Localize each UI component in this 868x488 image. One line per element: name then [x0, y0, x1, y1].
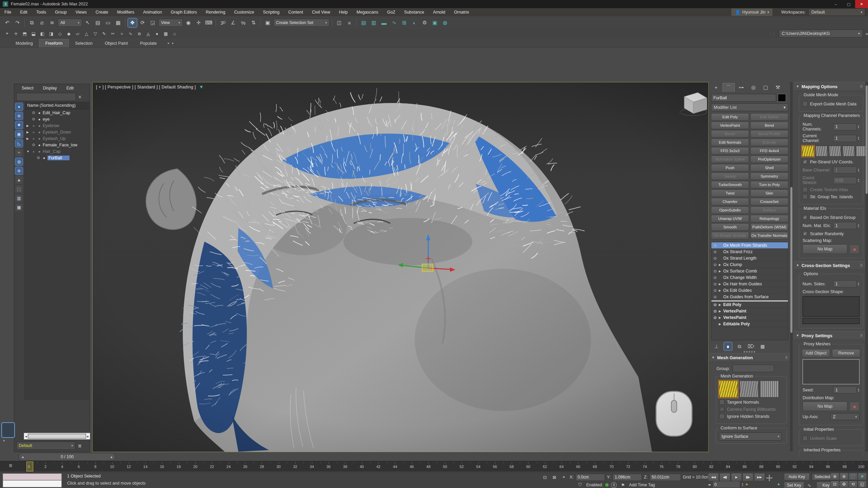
project-path-dropdown[interactable]: C:\Users\JIN\Desktop\KG▾ — [779, 29, 863, 38]
toggle-layer-explorer-icon[interactable]: ▥ — [369, 18, 378, 27]
modifier-eye-icon[interactable]: ⊙ — [712, 288, 718, 293]
toggle-scene-explorer-icon[interactable]: ▤ — [359, 18, 368, 27]
stack-item-ox-strand-frizz[interactable]: ⊙Ox Strand Frizz — [711, 249, 788, 255]
scroll-left-icon[interactable]: ◂ — [25, 434, 27, 438]
modifier-button-bend[interactable]: Bend — [750, 122, 788, 129]
explorer-menu-select[interactable]: Select — [18, 86, 38, 90]
modifier-button-twist[interactable]: Twist — [711, 189, 749, 197]
modifier-eye-icon[interactable]: ⊙ — [712, 316, 718, 320]
strand-group-tex-islands-checkbox[interactable] — [803, 194, 808, 199]
modifier-button-unwrap-uvw[interactable]: Unwrap UVW — [711, 215, 749, 222]
maxscript-listener-white[interactable] — [3, 480, 62, 487]
select-and-manipulate-icon[interactable]: ✛ — [194, 18, 203, 27]
stack-item-ox-mesh-from-strands[interactable]: ⊙Ox Mesh From Strands — [711, 242, 788, 249]
close-icon[interactable]: ✕ — [78, 95, 82, 100]
scroll-right-icon[interactable]: ▸ — [87, 434, 89, 438]
tree-item-female_face_low[interactable]: ⊙●Female_Face_low — [25, 142, 90, 148]
prev-frame-icon[interactable]: ◂ — [22, 455, 23, 459]
up-axis-dropdown[interactable]: Z▾ — [830, 413, 860, 420]
selectable-dot-icon[interactable]: ● — [37, 111, 42, 115]
menu-goz[interactable]: GoZ — [383, 10, 400, 15]
z-coordinate-field[interactable]: 50.011cm — [650, 474, 681, 481]
pan-icon[interactable]: ✠ — [840, 481, 848, 488]
named-selection-set-dropdown[interactable]: Create Selection Set▾ — [273, 19, 330, 27]
visibility-eye-icon[interactable]: ⊙ — [36, 156, 41, 160]
display-xref-icon[interactable]: ▦ — [15, 204, 23, 211]
menu-ornatrix[interactable]: Ornatrix — [450, 10, 473, 15]
menu-civil-view[interactable]: Civil View — [308, 10, 335, 15]
group-field[interactable] — [733, 365, 774, 372]
remove-modifier-icon[interactable]: ⌦ — [747, 342, 755, 350]
schematic-view-icon[interactable]: ⊞ — [400, 18, 409, 27]
base-channel-spinner[interactable]: 1▲▼ — [833, 166, 860, 174]
modifier-eye-icon[interactable]: ⊙ — [712, 303, 718, 307]
maximize-viewport-icon[interactable]: ◱ — [858, 481, 867, 488]
stack-item-ox-edit-guides[interactable]: ⊙▶Ox Edit Guides — [711, 287, 788, 294]
mesh-mode-billboards-thumbnail[interactable] — [760, 381, 779, 398]
tree-item-eyelash_up[interactable]: ▶●●Eyelash_Up — [25, 135, 90, 142]
expand-arrow-icon[interactable]: ▶ — [719, 323, 722, 326]
menu-help[interactable]: Help — [335, 10, 352, 15]
selectable-dot-icon[interactable]: ● — [37, 130, 42, 134]
display-tab-icon[interactable]: ▢ — [760, 83, 771, 92]
visibility-eye-icon[interactable]: ⊙ — [31, 117, 36, 121]
render-production-icon[interactable]: ◍ — [440, 18, 450, 27]
display-materials-icon[interactable]: ◍ — [15, 158, 23, 165]
stack-item-ox-change-width[interactable]: ⊙Ox Change Width — [711, 274, 788, 281]
stack-item-vertexpaint[interactable]: ⊙▶VertexPaint — [711, 308, 788, 314]
time-tag-icon[interactable]: ⚑ — [619, 481, 627, 488]
modifier-button-smooth[interactable]: Smooth — [711, 223, 749, 231]
modifier-button-ox-transfer-normals[interactable]: Ox Transfer Normals — [750, 232, 788, 239]
distribution-map-slot-icon[interactable]: ◆ — [849, 402, 860, 411]
display-shapes-icon[interactable]: ⧉ — [15, 112, 23, 120]
explorer-horizontal-scrollbar[interactable]: ◂▸ — [24, 433, 90, 440]
stack-item-ox-guides-from-surface[interactable]: ⊙Ox Guides from Surface — [711, 294, 788, 300]
counter-badge[interactable]: 0 — [611, 482, 617, 488]
visibility-eye-icon[interactable]: ● — [31, 124, 36, 128]
close-button[interactable]: ✕ — [855, 0, 868, 8]
tree-column-header[interactable]: Name (Sorted Ascending) — [25, 102, 90, 109]
key-mode-icon[interactable]: ✦ — [745, 482, 748, 487]
num-channels-spinner[interactable]: 1▲▼ — [833, 123, 860, 130]
soft-select-icon[interactable]: ⊚ — [136, 30, 143, 37]
menu-edit[interactable]: Edit — [16, 10, 32, 15]
display-spacewarps-icon[interactable]: ≈ — [15, 149, 23, 156]
panel-scrollbar-right[interactable] — [865, 82, 868, 451]
selectable-dot-icon[interactable]: ● — [42, 156, 46, 160]
expand-arrow-icon[interactable]: ▶ — [719, 283, 722, 286]
track-bar[interactable]: 0246810121416182022242628303234363840424… — [0, 461, 868, 471]
modifier-button-retopology[interactable]: Retopology — [750, 215, 788, 222]
create-texture-atlas-checkbox[interactable] — [803, 187, 808, 192]
extend-icon[interactable]: ◨ — [47, 30, 55, 37]
mini-curve-editor-icon[interactable]: ≣ — [9, 463, 13, 468]
paint-deform-icon[interactable]: ◬ — [144, 30, 152, 37]
x-coordinate-field[interactable]: 0.0cm — [576, 474, 605, 481]
add-time-tag[interactable]: Add Time Tag — [629, 483, 655, 487]
display-bones-icon[interactable]: ▲ — [15, 176, 23, 184]
unlink-selection-icon[interactable]: ⧄ — [37, 18, 46, 27]
percent-snap-icon[interactable]: % — [239, 18, 248, 27]
modifier-button-pathdeform-wsm-[interactable]: PathDeform (WSM) — [750, 223, 788, 231]
modifier-eye-icon[interactable]: ⊙ — [712, 269, 718, 273]
ribbon-tab-populate[interactable]: Populate — [134, 39, 163, 47]
modify-tab-icon[interactable]: ⌒ — [723, 83, 735, 92]
show-end-result-icon[interactable]: ∎ — [724, 342, 732, 350]
orbit-icon[interactable]: ⟲ — [849, 481, 857, 488]
ribbon-tab-object-paint[interactable]: Object Paint — [99, 39, 134, 47]
ribbon-tab-selection[interactable]: Selection — [69, 39, 98, 47]
display-frozen-icon[interactable]: ⬚ — [15, 185, 23, 193]
create-tab-icon[interactable]: + — [710, 83, 722, 92]
modifier-button-ffd-4x4x4[interactable]: FFD 4x4x4 — [750, 147, 788, 155]
ignore-hidden-strands-checkbox[interactable] — [719, 414, 725, 419]
shield-icon[interactable]: ⛉ — [576, 481, 584, 488]
rollout-cross-section[interactable]: ▼Cross-Section Settings⠿ — [793, 261, 865, 270]
menu-scripting[interactable]: Scripting — [258, 10, 284, 15]
expand-arrow-icon[interactable]: ▶ — [26, 137, 30, 140]
modifier-eye-icon[interactable]: ⊙ — [712, 295, 718, 299]
menu-animation[interactable]: Animation — [139, 10, 166, 15]
expand-arrow-icon[interactable]: ▶ — [719, 310, 722, 313]
select-and-scale-icon[interactable]: ◲ — [148, 18, 157, 27]
set-key-button[interactable]: Set Key — [784, 482, 804, 488]
add-object-button[interactable]: Add Object — [802, 349, 830, 357]
align-icon[interactable]: ≡ — [345, 18, 354, 27]
